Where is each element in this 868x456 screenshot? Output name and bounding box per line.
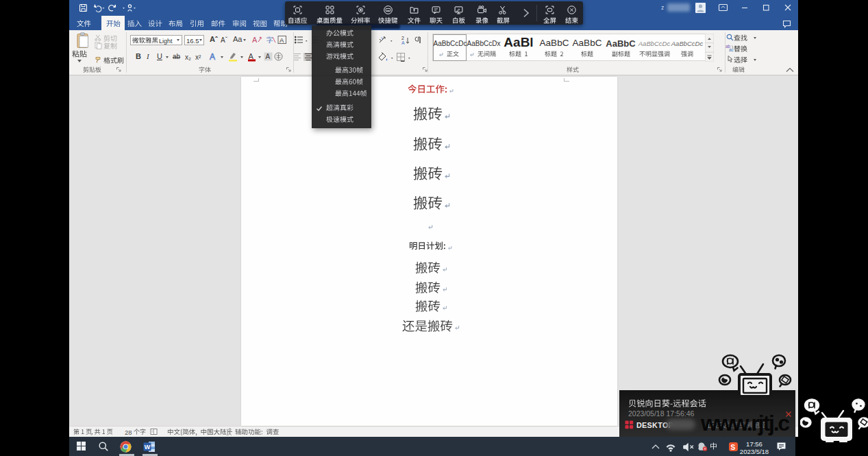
svg-text:A: A [210,52,215,62]
svg-text:A: A [266,53,271,60]
svg-text:字: 字 [266,36,273,44]
svg-text:A: A [280,36,284,44]
svg-text:S: S [731,444,736,451]
svg-text:W: W [145,444,151,451]
svg-text:A: A [249,52,254,60]
svg-text:2: 2 [401,36,404,40]
svg-text:A: A [252,36,258,44]
svg-text:A: A [401,40,405,45]
